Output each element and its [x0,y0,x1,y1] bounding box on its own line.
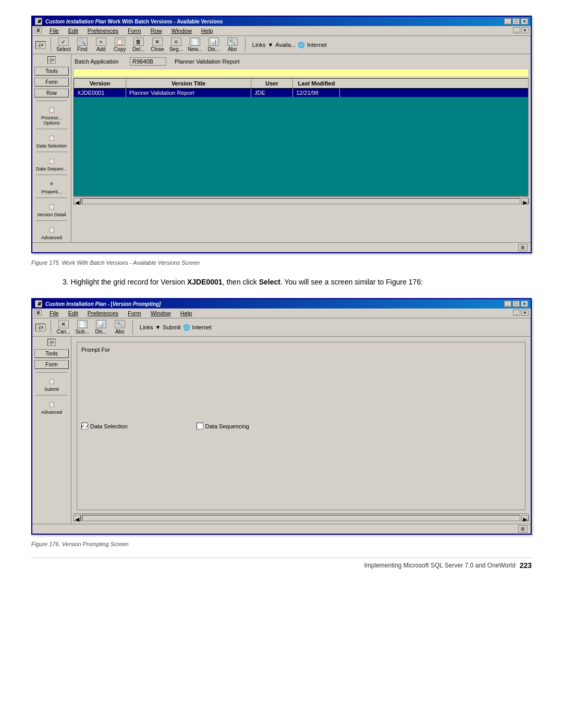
cb-data-selection[interactable]: ✓ Data Selection [81,423,128,429]
scroll-left-176[interactable]: ◄ [74,515,81,521]
menu-form-175[interactable]: Form [126,27,143,34]
inner-close-175[interactable]: × [521,27,529,33]
inner-min-176[interactable]: _ [513,310,520,316]
status-icon-176: ⊞ [518,525,528,533]
toolbar-sub-176[interactable]: 📄 Sub... [75,320,90,335]
internet-link-176[interactable]: Internet [192,324,212,330]
sidebar-prop-175[interactable]: ≡ Properti... [41,178,62,194]
minimize-btn-175[interactable]: _ [504,18,511,24]
submit-icon: 📋 [45,376,58,386]
sidebar-div2 [36,129,67,129]
grid-row-0[interactable]: XJDE0001 Planner Validation Report JDE 1… [74,89,528,97]
menu-file-175[interactable]: File [48,27,60,34]
page-footer: Implementing Microsoft SQL Server 7.0 an… [31,558,532,570]
menu-edit-176[interactable]: Edit [67,310,80,317]
toolbar-175: -|× ✓ Select 🔍 Find + Add 📋 Copy 🗑 Del..… [32,36,531,54]
app-menu-icon-176[interactable]: 🖥 [34,310,42,316]
sub-icon: 📄 [77,320,88,328]
menu-help-176[interactable]: Help [179,310,194,317]
toolbar-copy-175[interactable]: 📋 Copy [112,38,128,52]
bold-version: XJDE0001 [187,278,223,286]
bold-select: Select [259,278,280,286]
h-scrollbar-176[interactable] [82,515,520,521]
sidebar-process-175[interactable]: 📋 Process... Options [33,104,70,126]
links-arrow-176[interactable]: ▼ [155,324,161,330]
sidebar-dataseq-175[interactable]: 📋 Data Sequen... [36,155,67,171]
toolbar-can-176[interactable]: ✕ Can... [56,320,71,335]
cb-seq-box[interactable] [197,423,203,429]
inner-min-175[interactable]: _ [513,27,520,33]
sidebar-176: -|× Tools Form 📋 Submit 📋 Advanced [32,337,71,524]
instruction-text: 3. Highlight the grid record for Version… [63,276,532,288]
menu-prefs-175[interactable]: Preferences [86,27,120,34]
sidebar-inner-ctrl[interactable]: -|× [47,56,56,64]
menu-form-176[interactable]: Form [126,310,143,317]
toolbar-abo-176[interactable]: 🔧 Abo [112,320,128,335]
prop-icon: ≡ [45,178,58,189]
scroll-left[interactable]: ◄ [74,198,81,204]
links-label[interactable]: Links [252,42,266,48]
links-label-176[interactable]: Links [140,324,153,330]
menu-window-176[interactable]: Window [149,310,173,317]
scroll-right-176[interactable]: ► [521,515,529,521]
sidebar-advanced-175[interactable]: 📋 Advanced [41,224,62,240]
toolbar-abo-175[interactable]: 🔧 Abo [225,38,240,52]
toolbar-dis-175[interactable]: 📊 Dis... [206,38,222,52]
cell-title-0: Planner Validation Report [126,89,251,97]
col-modified: Last Modified [293,79,340,88]
seg-icon: ≡ [171,38,181,46]
internet-link[interactable]: Internet [307,42,326,48]
inner-close-176[interactable]: × [521,310,529,316]
toolbar-del-175[interactable]: 🗑 Del... [131,38,146,52]
sidebar-form-176[interactable]: Form [34,360,69,369]
app-menu-icon[interactable]: 🖥 [34,27,42,33]
toolbar-new-175[interactable]: 📄 New... [187,38,203,52]
links-arrow[interactable]: ▼ [267,42,273,48]
menu-edit-175[interactable]: Edit [67,27,80,34]
sidebar-form-175[interactable]: Form [34,78,69,87]
toolbar-176: -|× ✕ Can... 📄 Sub... 📊 Dis... 🔧 Abo Lin… [32,318,531,337]
dis-icon-176: 📊 [96,320,106,328]
minimize-btn-176[interactable]: _ [504,301,511,307]
maximize-btn-175[interactable]: □ [512,18,520,24]
toolbar-dis-176[interactable]: 📊 Dis... [93,320,109,335]
toolbar-add-175[interactable]: + Add [93,38,109,52]
inner-win-ctrl[interactable]: -|× [35,41,46,49]
title-bar-176: 🖥 Custom Installation Plan - [Version Pr… [32,299,531,309]
close-btn-175[interactable]: × [521,18,528,24]
sidebar-div1 [36,101,67,101]
sidebar-inner-ctrl-176[interactable]: -|× [47,339,56,346]
toolbar-select-175[interactable]: ✓ Select [56,38,71,52]
toolbar-find-175[interactable]: 🔍 Find [75,38,90,52]
menu-row-175[interactable]: Row [149,27,164,34]
cb-data-sequencing[interactable]: Data Sequencing [197,423,249,429]
sidebar-verdet-175[interactable]: 📋 Version Detail [37,201,66,217]
close-btn-176[interactable]: × [521,301,528,307]
window-title-175: Custom Installation Plan Work With Batch… [45,19,223,24]
sidebar-tools-175[interactable]: Tools [34,67,69,76]
scroll-right[interactable]: ► [521,198,529,204]
menu-window-175[interactable]: Window [170,27,193,34]
inner-win-ctrl-176[interactable]: -|× [35,324,46,331]
figure175-window: 🖥 Custom Installation Plan Work With Bat… [31,16,532,253]
col-version: Version [74,79,126,88]
cb-sel-box[interactable]: ✓ [81,423,88,429]
toolbar-close-175[interactable]: ✕ Close [150,38,165,52]
menu-file-176[interactable]: File [48,310,60,317]
links-availa[interactable]: Availa... [275,42,296,48]
links-submit-176[interactable]: Submit [163,324,180,330]
footer-text: Implementing Microsoft SQL Server 7.0 an… [364,562,516,569]
menu-prefs-176[interactable]: Preferences [86,310,120,317]
sidebar-row-175[interactable]: Row [34,89,69,97]
sidebar-advanced-176[interactable]: 📋 Advanced [41,399,62,415]
sidebar-datasel-175[interactable]: 📋 Data Selection [36,132,67,149]
menu-help-175[interactable]: Help [200,27,215,34]
status-bar-176: ⊞ [32,524,531,534]
sidebar-tools-176[interactable]: Tools [34,349,69,358]
cell-modified-0: 12/21/98 [293,89,340,97]
globe-icon: 🌐 [298,42,305,48]
sidebar-submit-176[interactable]: 📋 Submit [44,376,59,392]
toolbar-seg-175[interactable]: ≡ Seg... [168,38,184,52]
maximize-btn-176[interactable]: □ [512,301,520,307]
h-scrollbar-175[interactable] [82,198,520,204]
